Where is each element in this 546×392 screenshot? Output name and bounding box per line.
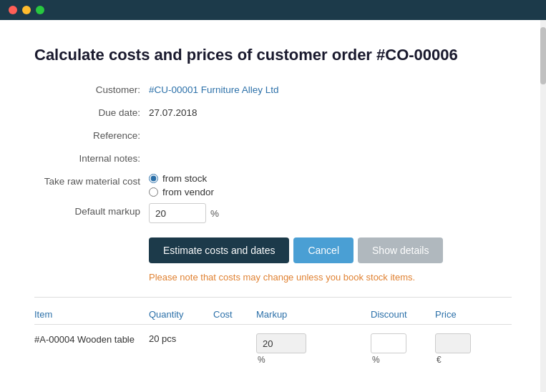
markup-unit-label: % — [258, 355, 371, 365]
table-row: #A-00004 Wooden table 20 pcs % % — [34, 328, 512, 371]
due-date-row: Due date: 27.07.2018 — [34, 104, 512, 122]
markup-value-input[interactable] — [256, 333, 306, 353]
page-title: Calculate costs and prices of customer o… — [34, 46, 512, 64]
default-markup-input[interactable] — [149, 203, 206, 223]
from-stock-radio[interactable] — [149, 174, 158, 183]
raw-material-label: Take raw material cost — [34, 173, 149, 190]
price-value-input[interactable] — [435, 333, 471, 353]
from-vendor-option[interactable]: from vendor — [149, 187, 214, 197]
internal-notes-label: Internal notes: — [34, 150, 149, 167]
col-header-quantity: Quantity — [149, 309, 213, 320]
col-header-cost: Cost — [213, 309, 256, 320]
customer-row: Customer: #CU-00001 Furniture Alley Ltd — [34, 82, 512, 99]
estimate-button[interactable]: Estimate costs and dates — [149, 237, 289, 263]
main-content: Calculate costs and prices of customer o… — [0, 20, 546, 392]
notice-text: Please note that costs may change unless… — [149, 272, 512, 283]
default-markup-label: Default markup — [34, 203, 149, 220]
from-vendor-radio[interactable] — [149, 187, 158, 197]
col-header-markup: Markup — [256, 309, 371, 320]
maximize-button[interactable] — [36, 6, 44, 14]
col-header-item: Item — [34, 309, 149, 320]
form-section: Customer: #CU-00001 Furniture Alley Ltd … — [34, 82, 512, 223]
cancel-button[interactable]: Cancel — [293, 237, 354, 263]
col-header-discount: Discount — [371, 309, 435, 320]
customer-value: #CU-00001 Furniture Alley Ltd — [149, 82, 279, 99]
from-stock-option[interactable]: from stock — [149, 173, 214, 184]
items-table: Item Quantity Cost Markup Discount Price… — [34, 297, 512, 371]
table-header: Item Quantity Cost Markup Discount Price — [34, 305, 512, 325]
default-markup-row: Default markup % — [34, 203, 512, 223]
customer-label: Customer: — [34, 82, 149, 99]
from-vendor-label: from vendor — [162, 187, 214, 197]
scrollbar[interactable] — [540, 20, 546, 392]
scrollbar-thumb[interactable] — [540, 27, 546, 84]
markup-unit: % — [210, 208, 219, 219]
discount-unit-label: % — [372, 355, 435, 365]
raw-material-radio-group: from stock from vendor — [149, 173, 214, 197]
action-buttons: Estimate costs and dates Cancel Show det… — [149, 237, 512, 263]
minimize-button[interactable] — [22, 6, 31, 14]
reference-label: Reference: — [34, 127, 149, 144]
col-header-price: Price — [435, 309, 478, 320]
cell-markup: % — [256, 333, 371, 365]
internal-notes-row: Internal notes: — [34, 150, 512, 167]
markup-input-row: % — [149, 203, 219, 223]
discount-value-input[interactable] — [371, 333, 406, 353]
raw-material-row: Take raw material cost from stock from v… — [34, 173, 512, 197]
reference-row: Reference: — [34, 127, 512, 144]
price-unit-label: € — [437, 355, 478, 365]
from-stock-label: from stock — [162, 173, 207, 184]
show-details-button[interactable]: Show details — [358, 237, 443, 263]
cell-item-name: #A-00004 Wooden table — [34, 333, 149, 346]
close-button[interactable] — [9, 6, 17, 14]
due-date-label: Due date: — [34, 104, 149, 122]
titlebar — [0, 0, 546, 20]
cell-discount: % — [371, 333, 435, 365]
cell-price: € — [435, 333, 478, 365]
cell-quantity: 20 pcs — [149, 333, 213, 344]
due-date-value: 27.07.2018 — [149, 104, 198, 122]
